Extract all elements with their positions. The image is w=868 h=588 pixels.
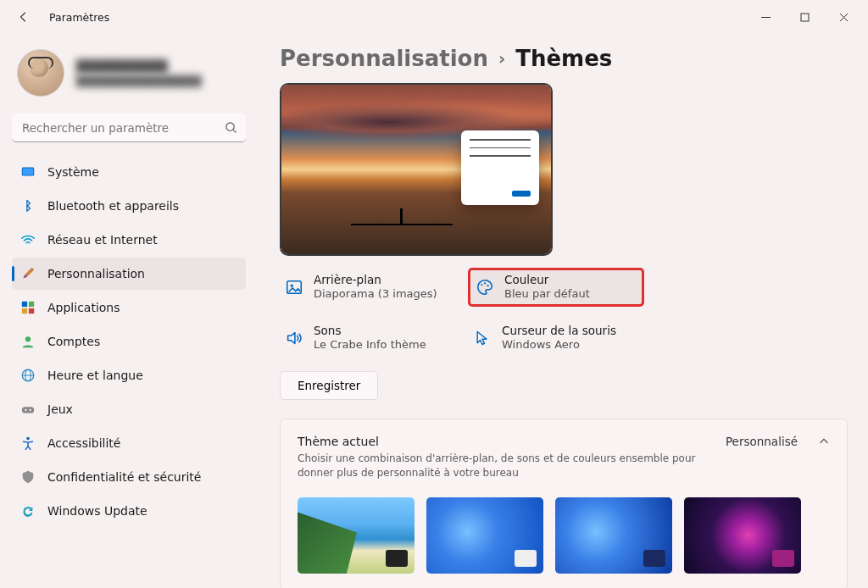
svg-point-19 bbox=[487, 285, 489, 286]
sidebar-item-bluetooth[interactable]: ᛒ Bluetooth et appareils bbox=[12, 190, 246, 222]
tile-title: Arrière-plan bbox=[314, 273, 437, 288]
sidebar-item-label: Jeux bbox=[47, 402, 73, 416]
sidebar-item-label: Bluetooth et appareils bbox=[47, 199, 179, 213]
themes-value: Personnalisé bbox=[726, 435, 798, 448]
svg-point-1 bbox=[226, 123, 234, 130]
svg-point-14 bbox=[26, 437, 30, 441]
tile-subtitle: Bleu par défaut bbox=[504, 287, 590, 302]
maximize-button[interactable] bbox=[785, 4, 824, 30]
theme-thumbnail[interactable] bbox=[684, 497, 801, 574]
tile-title: Curseur de la souris bbox=[502, 324, 616, 339]
avatar bbox=[17, 49, 64, 97]
tile-background[interactable]: Arrière-planDiaporama (3 images) bbox=[280, 268, 456, 307]
sidebar-item-label: Heure et langue bbox=[47, 369, 143, 382]
sidebar-item-privacy[interactable]: Confidentialité et sécurité bbox=[12, 461, 246, 493]
svg-point-17 bbox=[481, 284, 482, 286]
breadcrumb-parent[interactable]: Personnalisation bbox=[280, 46, 488, 71]
search-input[interactable] bbox=[12, 114, 246, 142]
content: Personnalisation › Thèmes Arrière-planDi… bbox=[254, 34, 868, 588]
sidebar-item-accounts[interactable]: Comptes bbox=[12, 325, 246, 358]
user-email: ████████████████ bbox=[76, 75, 202, 87]
brush-icon bbox=[20, 266, 36, 281]
sidebar-item-label: Réseau et Internet bbox=[47, 233, 158, 247]
svg-rect-3 bbox=[23, 169, 34, 175]
titlebar: Paramètres bbox=[0, 0, 868, 34]
wifi-icon bbox=[20, 232, 36, 247]
back-button[interactable] bbox=[14, 7, 34, 27]
current-theme-panel[interactable]: Thème actuel Choisir une combinaison d'a… bbox=[280, 419, 848, 588]
cursor-icon bbox=[473, 329, 492, 347]
page-title: Thèmes bbox=[515, 46, 612, 71]
palette-icon bbox=[476, 278, 494, 297]
system-icon bbox=[20, 164, 36, 180]
save-button[interactable]: Enregistrer bbox=[280, 371, 378, 400]
gamepad-icon bbox=[20, 402, 36, 417]
user-name: ██████████ bbox=[76, 59, 202, 73]
app-title: Paramètres bbox=[49, 11, 109, 24]
svg-point-12 bbox=[25, 409, 26, 411]
theme-thumbnail[interactable] bbox=[426, 497, 543, 574]
svg-rect-7 bbox=[29, 308, 34, 313]
svg-point-13 bbox=[30, 409, 31, 411]
sidebar-item-apps[interactable]: Applications bbox=[12, 291, 246, 324]
globe-icon bbox=[20, 368, 36, 383]
sidebar-item-gaming[interactable]: Jeux bbox=[12, 393, 246, 425]
svg-point-8 bbox=[25, 336, 31, 341]
svg-point-18 bbox=[484, 282, 486, 284]
sidebar-item-network[interactable]: Réseau et Internet bbox=[12, 224, 246, 256]
svg-rect-11 bbox=[22, 407, 34, 413]
themes-title: Thème actuel bbox=[298, 435, 710, 448]
tile-subtitle: Diaporama (3 images) bbox=[314, 287, 437, 302]
tile-cursor[interactable]: Curseur de la sourisWindows Aero bbox=[468, 319, 644, 358]
sidebar-item-label: Comptes bbox=[47, 335, 100, 348]
sidebar-item-label: Système bbox=[47, 165, 99, 179]
accessibility-icon bbox=[20, 435, 36, 451]
svg-rect-4 bbox=[22, 302, 27, 307]
chevron-right-icon: › bbox=[498, 48, 505, 69]
user-profile[interactable]: ██████████ ████████████████ bbox=[12, 41, 246, 112]
svg-rect-5 bbox=[29, 302, 34, 307]
sidebar-item-accessibility[interactable]: Accessibilité bbox=[12, 427, 246, 459]
theme-thumbnail[interactable] bbox=[555, 497, 672, 574]
svg-point-16 bbox=[291, 285, 293, 287]
update-icon bbox=[20, 503, 36, 519]
close-button[interactable] bbox=[824, 4, 863, 30]
sidebar-item-personalization[interactable]: Personnalisation bbox=[12, 258, 246, 290]
image-icon bbox=[285, 278, 303, 297]
chevron-up-icon bbox=[818, 435, 830, 451]
theme-preview bbox=[280, 83, 553, 256]
sidebar-item-label: Accessibilité bbox=[47, 436, 120, 450]
sidebar-item-windows-update[interactable]: Windows Update bbox=[12, 495, 246, 527]
svg-rect-0 bbox=[801, 14, 809, 21]
breadcrumb: Personnalisation › Thèmes bbox=[280, 46, 848, 71]
minimize-button[interactable] bbox=[746, 4, 785, 30]
themes-description: Choisir une combinaison d'arrière-plan, … bbox=[298, 452, 710, 480]
sidebar-item-label: Windows Update bbox=[47, 504, 147, 518]
person-icon bbox=[20, 334, 36, 349]
sidebar-item-label: Confidentialité et sécurité bbox=[47, 470, 201, 484]
tile-title: Sons bbox=[314, 324, 426, 339]
sidebar: ██████████ ████████████████ Système ᛒ Bl… bbox=[0, 34, 254, 588]
bluetooth-icon: ᛒ bbox=[20, 198, 36, 214]
apps-icon bbox=[20, 300, 36, 315]
search-box[interactable] bbox=[12, 114, 246, 142]
tile-subtitle: Windows Aero bbox=[502, 338, 616, 352]
sidebar-item-label: Personnalisation bbox=[47, 267, 145, 280]
search-icon bbox=[225, 121, 237, 137]
sidebar-item-label: Applications bbox=[47, 301, 120, 314]
tile-title: Couleur bbox=[504, 273, 590, 288]
theme-thumbnail[interactable] bbox=[298, 497, 415, 574]
tile-color[interactable]: CouleurBleu par défaut bbox=[468, 268, 644, 307]
speaker-icon bbox=[285, 329, 303, 347]
sidebar-item-time-language[interactable]: Heure et langue bbox=[12, 359, 246, 391]
tile-subtitle: Le Crabe Info thème bbox=[314, 338, 426, 352]
svg-rect-6 bbox=[22, 308, 27, 313]
tile-sounds[interactable]: SonsLe Crabe Info thème bbox=[280, 319, 456, 358]
shield-icon bbox=[20, 469, 36, 485]
sidebar-item-system[interactable]: Système bbox=[12, 156, 246, 188]
